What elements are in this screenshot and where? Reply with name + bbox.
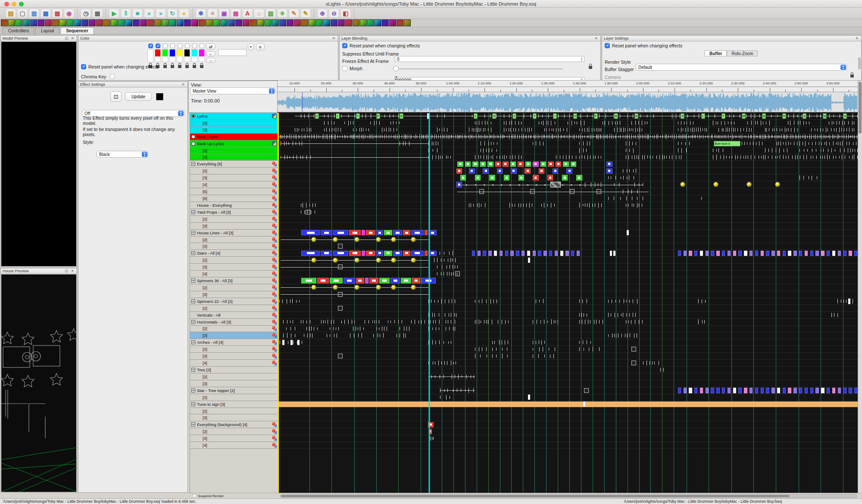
effect-block[interactable] bbox=[301, 278, 316, 283]
effect-block[interactable] bbox=[799, 251, 802, 256]
effect-block[interactable] bbox=[556, 162, 561, 167]
effect-preset-icon[interactable] bbox=[345, 19, 352, 26]
track-row-layer[interactable]: [2] bbox=[190, 428, 278, 435]
track-row-layer[interactable]: [6] bbox=[190, 195, 278, 202]
text-icon[interactable]: A bbox=[242, 9, 253, 18]
effect-block[interactable] bbox=[366, 230, 375, 236]
effect-preset-icon[interactable] bbox=[316, 19, 323, 26]
morph-ball-effect[interactable] bbox=[411, 258, 415, 262]
effect-block[interactable] bbox=[393, 251, 403, 256]
effect-block[interactable] bbox=[722, 251, 725, 256]
effect-block[interactable] bbox=[716, 251, 719, 256]
effect-preset-icon[interactable] bbox=[382, 19, 389, 26]
grid-row[interactable] bbox=[278, 250, 858, 257]
timing-word-block[interactable]: L bbox=[701, 113, 705, 119]
effect-block[interactable] bbox=[755, 251, 758, 256]
track-row-layer[interactable]: [2] bbox=[190, 394, 278, 401]
effect-block[interactable] bbox=[810, 388, 813, 393]
render-style-lock-icon[interactable] bbox=[850, 75, 854, 78]
effect-block[interactable] bbox=[678, 388, 681, 393]
white-effect-block[interactable] bbox=[528, 258, 530, 263]
effect-block[interactable] bbox=[684, 388, 687, 393]
effect-block[interactable] bbox=[700, 251, 703, 256]
render-icon[interactable] bbox=[272, 333, 277, 338]
track-row-name[interactable]: Horizontals - All [3] bbox=[190, 319, 278, 326]
effect-block[interactable] bbox=[571, 162, 576, 167]
effect-block[interactable] bbox=[606, 162, 612, 167]
house-preview-header[interactable]: House Preview ⊡ ✕ bbox=[1, 268, 77, 274]
effect-block[interactable] bbox=[411, 251, 424, 256]
effect-block[interactable] bbox=[793, 251, 796, 256]
effect-block[interactable] bbox=[838, 388, 841, 393]
render-icon[interactable] bbox=[272, 271, 277, 276]
timing-word-block[interactable]: P bbox=[594, 113, 598, 119]
track-row-layer[interactable]: [3] bbox=[190, 291, 278, 298]
effect-block[interactable] bbox=[738, 251, 741, 256]
effect-block[interactable] bbox=[777, 388, 780, 393]
empty-effect-frame[interactable] bbox=[455, 271, 460, 276]
grid-row[interactable]: Bum bum b bbox=[278, 140, 858, 147]
track-row-name[interactable]: Verticals - All bbox=[190, 312, 278, 319]
grid-row[interactable] bbox=[278, 284, 858, 291]
color-panel-header[interactable]: Color ✕ bbox=[78, 36, 338, 41]
stop-icon[interactable]: ■ bbox=[132, 9, 143, 18]
model-preview-canvas[interactable] bbox=[1, 42, 76, 266]
timing-word-block[interactable]: M bbox=[742, 113, 746, 119]
effect-block[interactable] bbox=[511, 168, 516, 174]
track-row-name[interactable]: Stars - All [4] bbox=[190, 250, 278, 257]
track-row-layer[interactable]: [3] bbox=[190, 127, 278, 134]
render-icon[interactable] bbox=[272, 224, 277, 228]
render-icon[interactable] bbox=[272, 306, 277, 311]
playhead-line[interactable] bbox=[429, 113, 430, 493]
effect-preset-icon[interactable] bbox=[103, 19, 110, 26]
effect-preset-icon[interactable] bbox=[375, 19, 381, 26]
timing-word-block[interactable]: S bbox=[843, 113, 847, 119]
grid-row[interactable] bbox=[278, 442, 858, 449]
color-enable-checkbox[interactable] bbox=[156, 44, 160, 48]
render-icon[interactable] bbox=[272, 168, 277, 173]
grid-row[interactable] bbox=[278, 394, 858, 401]
effect-block[interactable] bbox=[576, 175, 582, 180]
timing-word-block[interactable]: I bbox=[336, 113, 340, 119]
timing-word-block[interactable]: S bbox=[681, 113, 684, 119]
layer-settings-scrollbar[interactable] bbox=[858, 57, 861, 69]
effect-preset-icon[interactable] bbox=[133, 19, 140, 26]
effect-block[interactable] bbox=[548, 162, 553, 167]
render-icon[interactable] bbox=[272, 237, 277, 242]
grid-row[interactable] bbox=[278, 174, 858, 181]
pause-icon[interactable]: ‖ bbox=[121, 9, 131, 18]
white-effect-block[interactable] bbox=[282, 340, 284, 345]
empty-effect-frame[interactable] bbox=[530, 189, 535, 194]
morph-ball-effect[interactable] bbox=[411, 285, 415, 289]
effect-block[interactable] bbox=[771, 388, 775, 393]
grid-row[interactable] bbox=[278, 271, 858, 277]
morph-ball-effect[interactable] bbox=[333, 285, 337, 289]
effect-preset-icon[interactable] bbox=[1, 19, 8, 26]
morph-slider-track[interactable] bbox=[395, 68, 563, 69]
color-lock-icon[interactable] bbox=[178, 65, 181, 68]
morph-ball-effect[interactable] bbox=[747, 182, 751, 187]
empty-effect-frame[interactable] bbox=[338, 354, 343, 358]
track-row-layer[interactable]: [2] bbox=[190, 305, 278, 312]
empty-effect-frame[interactable] bbox=[338, 244, 343, 249]
effect-block[interactable] bbox=[540, 162, 546, 167]
timing-word-block[interactable]: I bbox=[553, 113, 557, 119]
effect-color-chip[interactable] bbox=[156, 93, 163, 100]
morph-ball-effect[interactable] bbox=[333, 237, 337, 242]
shift-left-button[interactable]: ← bbox=[206, 51, 216, 56]
effect-block[interactable] bbox=[379, 278, 390, 283]
timing-word-block[interactable]: T bbox=[533, 113, 537, 119]
effect-block[interactable] bbox=[827, 251, 830, 256]
effect-preset-icon[interactable] bbox=[389, 19, 396, 26]
timing-word-block[interactable]: M bbox=[614, 113, 618, 119]
effect-block[interactable] bbox=[571, 251, 574, 256]
shuffle-colors-button[interactable]: ⇄ bbox=[206, 44, 216, 50]
grid-row[interactable] bbox=[278, 346, 858, 353]
effect-block[interactable] bbox=[525, 162, 531, 167]
track-row-name[interactable]: Everything [6] bbox=[190, 161, 278, 168]
effect-block[interactable] bbox=[333, 251, 348, 256]
timing-word-block[interactable]: C bbox=[315, 113, 319, 119]
color-enable-checkbox[interactable] bbox=[192, 44, 197, 48]
collapse-icon[interactable] bbox=[191, 389, 195, 392]
effect-block[interactable] bbox=[516, 251, 519, 256]
